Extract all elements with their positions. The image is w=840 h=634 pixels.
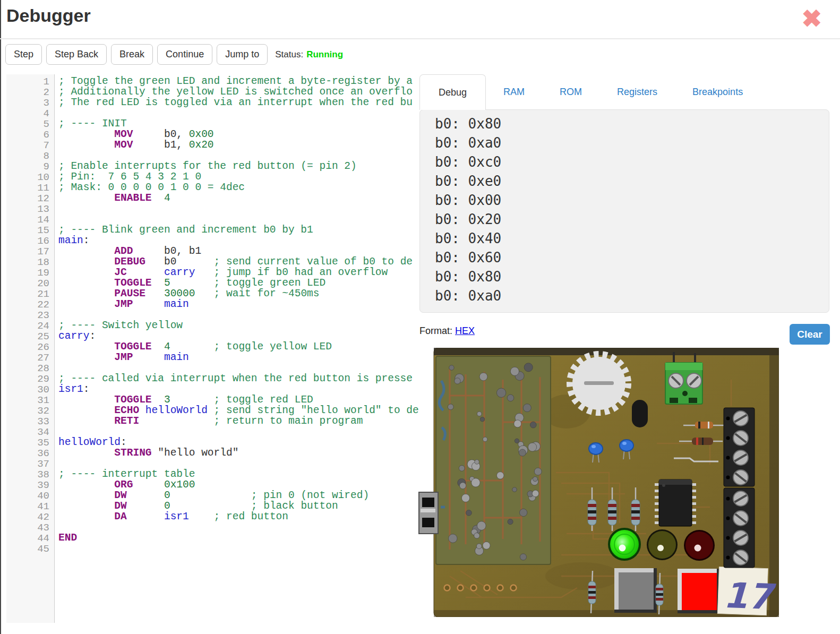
- toolbar-button-break[interactable]: Break: [111, 44, 153, 65]
- line-number: 7: [6, 140, 54, 150]
- header-divider: [0, 38, 840, 39]
- line-number: 26: [6, 341, 54, 352]
- code-line: [58, 214, 419, 225]
- tab-registers[interactable]: Registers: [599, 74, 675, 110]
- line-number: 29: [6, 373, 54, 384]
- code-line: ; ---- Switch yellow: [58, 320, 419, 331]
- code-line: [58, 363, 419, 373]
- red-button[interactable]: [678, 569, 720, 613]
- code-line: ; ---- INIT: [58, 118, 419, 129]
- debug-panel: DebugRAMROMRegistersBreakpoints b0: 0x60…: [419, 74, 829, 313]
- status-value: Running: [306, 49, 343, 60]
- daughterboard: [436, 356, 551, 564]
- line-number: 39: [6, 479, 54, 490]
- line-number: 30: [6, 384, 54, 395]
- debug-output-line: b0: 0xa0: [435, 133, 829, 152]
- line-number: 25: [6, 331, 54, 341]
- line-number: 17: [6, 246, 54, 256]
- line-number: 14: [6, 214, 54, 225]
- tab-debug[interactable]: Debug: [419, 74, 486, 110]
- debug-output-line: b0: 0x80: [435, 114, 829, 133]
- line-number: 22: [6, 299, 54, 310]
- code-line: DW 0 ; pin 0 (not wired): [58, 490, 419, 501]
- toolbar-button-jump-to[interactable]: Jump to: [217, 44, 268, 65]
- debug-output-line: b0: 0x00: [435, 191, 829, 210]
- line-number: 8: [6, 150, 54, 161]
- code-line: helloWorld:: [58, 437, 419, 448]
- red-led: [684, 530, 715, 561]
- tab-breakpoints[interactable]: Breakpoints: [675, 74, 760, 110]
- code-line: ADD b0, b1: [58, 246, 419, 256]
- debug-output-line: b0: 0x80: [435, 267, 829, 286]
- close-icon[interactable]: ✖: [801, 6, 822, 31]
- debug-output-line: b0: 0x60: [435, 248, 829, 267]
- green-led: [608, 528, 641, 561]
- code-line: JC carry ; jump if b0 had an overflow: [58, 267, 419, 278]
- code-line: DEBUG b0 ; send current value of b0 to d…: [58, 256, 419, 267]
- line-number: 32: [6, 405, 54, 416]
- code-line: [58, 310, 419, 320]
- ic-chip: [655, 479, 696, 526]
- code-line: ENABLE 4: [58, 193, 419, 203]
- format-hex-link[interactable]: HEX: [455, 325, 475, 336]
- code-line: [58, 203, 419, 214]
- code-line: MOV b1, 0x20: [58, 140, 419, 150]
- debug-output-line: b0: 0xc0: [435, 152, 829, 172]
- debug-output-line: b0: 0xa0: [435, 286, 829, 305]
- code-line: JMP main: [58, 352, 419, 363]
- line-number: 3: [6, 97, 54, 108]
- line-number: 11: [6, 182, 54, 193]
- yellow-led: [647, 529, 678, 560]
- tab-ram[interactable]: RAM: [486, 74, 542, 110]
- line-number: 37: [6, 458, 54, 469]
- circuit-board-photo: 17: [418, 348, 779, 617]
- clear-button[interactable]: Clear: [790, 324, 830, 345]
- knob-slot: [584, 381, 614, 385]
- code-line: DA isr1 ; red button: [58, 511, 419, 522]
- code-line: TOGGLE 3 ; toggle red LED: [58, 395, 419, 405]
- line-number: 20: [6, 278, 54, 288]
- tab-rom[interactable]: ROM: [542, 74, 599, 110]
- line-number: 34: [6, 426, 54, 437]
- code-line: ; Mask: 0 0 0 0 0 1 0 0 = 4dec: [58, 182, 419, 193]
- code-line: isr1:: [58, 384, 419, 395]
- code-line: DW 0 ; black button: [58, 501, 419, 511]
- code-line: ; ---- called via interrupt when the red…: [58, 373, 419, 384]
- line-number: 9: [6, 161, 54, 172]
- toolbar-button-step-back[interactable]: Step Back: [46, 44, 107, 65]
- code-area[interactable]: ; Toggle the green LED and increment a b…: [58, 76, 419, 554]
- code-line: TOGGLE 4 ; toggle yellow LED: [58, 341, 419, 352]
- code-line: [58, 522, 419, 533]
- debug-output-line: b0: 0x40: [435, 229, 829, 248]
- line-number: 45: [6, 543, 54, 554]
- code-line: MOV b0, 0x00: [58, 129, 419, 140]
- line-number: 1: [6, 76, 54, 87]
- debugger-window: Debugger ✖ StepStep BackBreakContinueJum…: [0, 0, 840, 634]
- usb-connector: [419, 492, 438, 534]
- code-line: [58, 150, 419, 161]
- black-button[interactable]: [614, 568, 657, 613]
- code-line: PAUSE 30000 ; wait for ~450ms: [58, 288, 419, 299]
- code-line: ECHO helloWorld ; send string "hello wor…: [58, 405, 419, 416]
- line-number: 38: [6, 469, 54, 479]
- page-title: Debugger: [6, 5, 91, 26]
- code-line: ; The red LED is toggled via an interrup…: [58, 97, 419, 108]
- line-number: 5: [6, 118, 54, 129]
- code-line: ; Additionally the yellow LED is switche…: [58, 87, 419, 97]
- code-line: carry:: [58, 331, 419, 341]
- line-number: 44: [6, 533, 54, 543]
- debug-output-box[interactable]: b0: 0x60b0: 0x80b0: 0xa0b0: 0xc0b0: 0xe0…: [419, 109, 829, 313]
- line-number: 16: [6, 235, 54, 246]
- code-line: ORG 0x100: [58, 479, 419, 490]
- format-row: Format: HEX: [419, 325, 475, 337]
- code-line: [58, 108, 419, 118]
- code-line: [58, 543, 419, 554]
- format-label: Format:: [419, 325, 452, 336]
- debug-output-line: b0: 0x60: [435, 109, 829, 114]
- line-number: 41: [6, 501, 54, 511]
- line-number: 42: [6, 511, 54, 522]
- toolbar-button-step[interactable]: Step: [5, 44, 42, 65]
- line-number: 10: [6, 172, 54, 182]
- window-left-border: [0, 0, 1, 634]
- toolbar-button-continue[interactable]: Continue: [157, 44, 212, 65]
